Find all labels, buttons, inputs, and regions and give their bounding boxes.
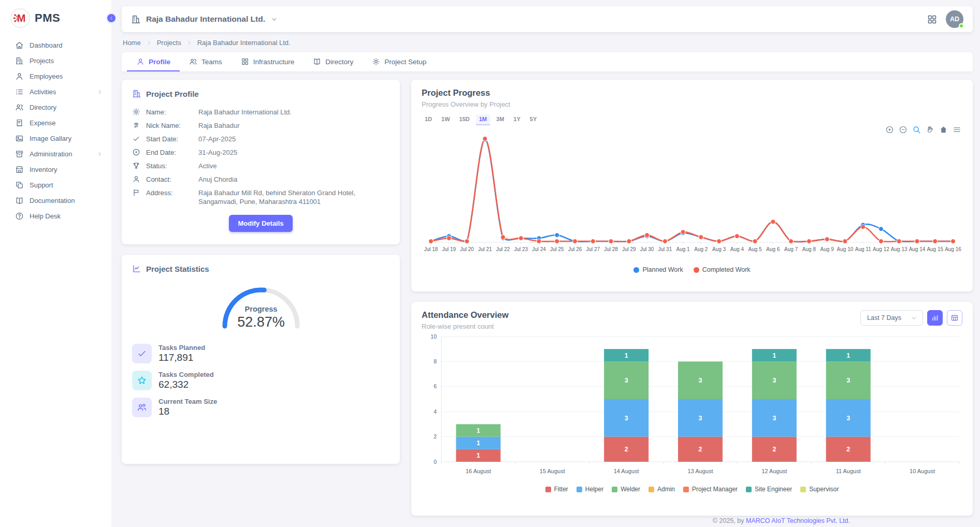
data-point-completed-work[interactable] xyxy=(627,239,631,244)
data-point-completed-work[interactable] xyxy=(446,236,451,241)
sidebar-item-inventory[interactable]: Inventory xyxy=(0,162,111,177)
data-point-completed-work[interactable] xyxy=(807,239,812,244)
tab-directory[interactable]: Directory xyxy=(304,52,363,71)
breadcrumb-item-raja-bahadur-international-ltd: Raja Bahadur International Ltd. xyxy=(197,39,291,47)
tab-teams[interactable]: Teams xyxy=(180,52,232,71)
footer-copyright: © 2025, by xyxy=(713,517,746,524)
legend-item-supervisor[interactable]: Supervisor xyxy=(800,486,839,493)
data-point-planned-work[interactable] xyxy=(555,233,559,238)
data-point-completed-work[interactable] xyxy=(699,235,703,240)
data-point-completed-work[interactable] xyxy=(734,234,739,239)
range-button-1m[interactable]: 1M xyxy=(476,114,490,125)
avatar[interactable]: AD xyxy=(946,10,963,28)
sidebar-item-expense[interactable]: Expense xyxy=(0,115,111,130)
chart-menu-icon[interactable] xyxy=(953,125,961,134)
zoom-in-icon[interactable] xyxy=(885,125,894,134)
data-point-completed-work[interactable] xyxy=(879,239,884,244)
data-point-completed-work[interactable] xyxy=(843,239,847,244)
sidebar-item-dashboard[interactable]: Dashboard xyxy=(0,37,111,53)
sidebar-item-administration[interactable]: Administration xyxy=(0,146,111,162)
reset-zoom-home-icon[interactable] xyxy=(939,125,948,134)
data-point-completed-work[interactable] xyxy=(861,225,866,229)
legend-item-planned-work[interactable]: Planned Work xyxy=(633,266,683,273)
range-button-1d[interactable]: 1D xyxy=(422,114,435,125)
data-point-completed-work[interactable] xyxy=(825,237,829,242)
legend-item-completed-work[interactable]: Completed Work xyxy=(694,266,751,273)
legend-item-welder[interactable]: Welder xyxy=(612,486,640,493)
data-point-planned-work[interactable] xyxy=(879,227,884,231)
tab-project-setup[interactable]: Project Setup xyxy=(363,52,436,71)
data-point-completed-work[interactable] xyxy=(681,230,685,235)
legend-item-helper[interactable]: Helper xyxy=(577,486,603,493)
app-logo[interactable]: M PMS xyxy=(0,0,111,32)
data-point-completed-work[interactable] xyxy=(429,239,434,244)
sidebar-item-activities[interactable]: Activities xyxy=(0,84,111,99)
range-button-15d[interactable]: 15D xyxy=(456,114,473,125)
data-point-completed-work[interactable] xyxy=(645,233,650,238)
right-column: Project Progress Progress Overview by Pr… xyxy=(411,80,973,516)
sidebar-item-projects[interactable]: Projects xyxy=(0,53,111,68)
footer-company-link[interactable]: MARCO AIoT Technologies Pvt. Ltd. xyxy=(746,517,850,524)
data-point-completed-work[interactable] xyxy=(518,236,523,241)
tab-profile[interactable]: Profile xyxy=(127,52,180,71)
attendance-chart[interactable]: 024681011116 August15 August233114 Augus… xyxy=(422,332,962,484)
data-point-completed-work[interactable] xyxy=(897,239,901,244)
breadcrumb-item-home[interactable]: Home xyxy=(123,39,141,47)
table-icon xyxy=(950,314,959,322)
sidebar-item-support[interactable]: Support xyxy=(0,177,111,193)
table-view-button[interactable] xyxy=(947,310,962,326)
data-point-completed-work[interactable] xyxy=(537,239,541,244)
stat-value: 62,332 xyxy=(158,379,214,390)
legend-item-project-manager[interactable]: Project Manager xyxy=(683,486,738,493)
pan-icon[interactable] xyxy=(926,125,934,134)
breadcrumb-item-projects[interactable]: Projects xyxy=(157,39,181,47)
modify-details-button[interactable]: Modify Details xyxy=(229,215,292,232)
data-point-completed-work[interactable] xyxy=(753,239,757,244)
data-point-completed-work[interactable] xyxy=(915,239,919,244)
data-point-completed-work[interactable] xyxy=(483,137,487,141)
sidebar-item-image-gallary[interactable]: Image Gallary xyxy=(0,130,111,146)
sidebar-item-directory[interactable]: Directory xyxy=(0,99,111,115)
archive-icon xyxy=(15,150,24,158)
statistics-card-header: Project Statistics xyxy=(132,264,390,273)
range-selector: 1D1W15D1M3M1Y5Y xyxy=(422,114,962,125)
data-point-completed-work[interactable] xyxy=(789,239,794,244)
data-point-completed-work[interactable] xyxy=(771,219,775,224)
data-point-completed-work[interactable] xyxy=(662,239,667,244)
selection-zoom-icon[interactable] xyxy=(912,125,921,134)
bar-value-label: 3 xyxy=(772,377,776,384)
legend-item-site-engineer[interactable]: Site Engineer xyxy=(746,486,792,493)
chart-view-button[interactable] xyxy=(927,310,943,326)
data-point-completed-work[interactable] xyxy=(573,239,578,244)
range-button-1w[interactable]: 1W xyxy=(438,114,453,125)
data-point-completed-work[interactable] xyxy=(717,239,722,244)
project-progress-chart[interactable]: Jul 18Jul 19Jul 20Jul 21Jul 22Jul 23Jul … xyxy=(422,129,962,263)
zoom-out-icon[interactable] xyxy=(899,125,907,134)
range-button-3m[interactable]: 3M xyxy=(493,114,507,125)
data-point-completed-work[interactable] xyxy=(951,239,956,244)
data-point-completed-work[interactable] xyxy=(590,239,595,244)
series-line-planned-work xyxy=(431,140,953,242)
range-button-1y[interactable]: 1Y xyxy=(510,114,523,125)
range-button-5y[interactable]: 5Y xyxy=(527,114,540,125)
sidebar-item-documentation[interactable]: Documentation xyxy=(0,193,111,208)
x-axis-label: Jul 21 xyxy=(478,246,492,252)
sidebar-item-help-desk[interactable]: Help Desk xyxy=(0,208,111,224)
sidebar-item-label: Support xyxy=(30,181,53,189)
tab-infrastructure[interactable]: Infrastructure xyxy=(232,52,304,71)
stat-label: Tasks Completed xyxy=(158,371,214,378)
data-point-completed-work[interactable] xyxy=(609,239,613,244)
data-point-completed-work[interactable] xyxy=(555,239,559,244)
legend-item-fitter[interactable]: Fitter xyxy=(545,486,568,493)
sidebar-item-employees[interactable]: Employees xyxy=(0,68,111,84)
data-point-completed-work[interactable] xyxy=(465,239,469,244)
date-range-select[interactable]: Last 7 Days xyxy=(860,310,923,326)
sidebar-collapse-button[interactable] xyxy=(106,12,117,24)
chart-toolbar xyxy=(885,125,961,134)
legend-marker xyxy=(694,267,699,273)
apps-grid-icon[interactable] xyxy=(927,14,938,25)
company-selector[interactable]: Raja Bahadur International Ltd. xyxy=(131,14,278,24)
legend-item-admin[interactable]: Admin xyxy=(648,486,675,493)
data-point-completed-work[interactable] xyxy=(933,239,938,244)
data-point-completed-work[interactable] xyxy=(501,235,506,240)
